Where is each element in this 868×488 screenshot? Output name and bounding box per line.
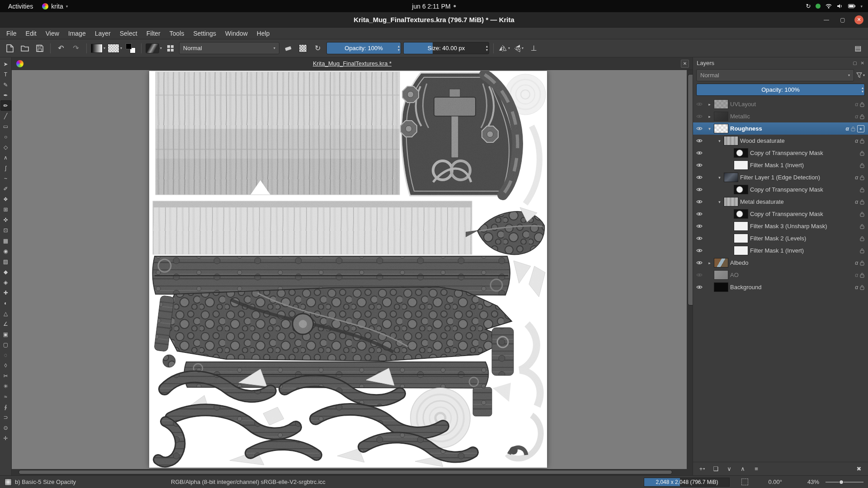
visibility-eye-icon[interactable]	[695, 273, 703, 277]
alpha-inherit-icon[interactable]	[855, 272, 858, 278]
menu-item[interactable]: Filter	[142, 28, 165, 39]
layer-filter-button[interactable]: ▾	[856, 72, 865, 78]
shape-select-tool[interactable]: ➤	[0, 59, 11, 69]
visibility-eye-icon[interactable]	[695, 163, 703, 167]
colorspace-label[interactable]: RGB/Alpha (8-bit integer/channel) sRGB-e…	[171, 479, 326, 485]
menu-item[interactable]: Image	[64, 28, 90, 39]
lock-icon[interactable]	[860, 260, 864, 266]
menu-item[interactable]: Select	[115, 28, 142, 39]
rectangular-selection-tool[interactable]: ▢	[0, 339, 11, 350]
visibility-eye-icon[interactable]	[695, 212, 703, 216]
canvas[interactable]	[149, 71, 547, 468]
layer-thumbnail[interactable]	[734, 209, 748, 219]
vertical-scrollbar-thumb[interactable]	[688, 74, 693, 305]
lock-icon[interactable]	[860, 224, 864, 229]
bezier-curve-tool[interactable]: ʃ	[0, 163, 11, 173]
lock-icon[interactable]	[860, 138, 864, 144]
close-docker-icon[interactable]: ✕	[861, 61, 864, 66]
layer-thumbnail[interactable]	[734, 148, 748, 158]
pattern-swatch-button[interactable]: ▾	[108, 42, 122, 55]
bezier-selection-tool[interactable]: ∮	[0, 402, 11, 412]
color-sampler-tool[interactable]: ◉	[0, 246, 11, 256]
zoom-level-value[interactable]: 43%	[807, 479, 819, 485]
add-layer-button[interactable]: +▾	[697, 464, 708, 474]
freehand-path-tool[interactable]: ~	[0, 173, 11, 183]
expand-chevron-icon[interactable]: ▸	[707, 114, 712, 119]
expand-chevron-icon[interactable]: ▸	[707, 102, 712, 107]
reference-images-tool[interactable]: ▣	[0, 329, 11, 339]
polyline-tool[interactable]: ∧	[0, 152, 11, 163]
foreground-background-color-button[interactable]	[124, 42, 137, 55]
new-document-button[interactable]	[4, 42, 16, 55]
layer-opacity-spinner[interactable]: ▴▾	[862, 84, 863, 95]
menu-item[interactable]: View	[41, 28, 64, 39]
move-tool[interactable]: ✜	[0, 215, 11, 225]
layer-thumbnail[interactable]	[734, 221, 748, 231]
layer-thumbnail[interactable]	[714, 112, 728, 121]
close-button[interactable]: ✕	[854, 15, 863, 24]
rectangle-tool[interactable]: ▭	[0, 121, 11, 131]
zoom-tool[interactable]: ⊙	[0, 422, 11, 433]
minimize-button[interactable]: —	[822, 15, 831, 24]
lock-icon[interactable]	[860, 199, 864, 205]
layer-options-icon[interactable]	[857, 125, 864, 132]
layer-row[interactable]: Background	[693, 281, 868, 293]
brush-preset-indicator[interactable]: b) Basic-5 Size Opacity	[5, 479, 76, 486]
open-document-button[interactable]	[19, 42, 31, 55]
layer-row[interactable]: ▸ Albedo	[693, 257, 868, 269]
line-tool[interactable]: ╱	[0, 111, 11, 121]
delete-layer-button[interactable]: ✖	[854, 464, 864, 474]
layer-row[interactable]: Copy of Transparency Mask	[693, 147, 868, 159]
layer-row[interactable]: Filter Mask 1 (Invert)	[693, 159, 868, 171]
layers-docker-titlebar[interactable]: Layers ▢ ✕	[693, 57, 868, 68]
layer-row[interactable]: Copy of Transparency Mask	[693, 183, 868, 196]
brush-size-slider[interactable]: Size: 40.00 px ▴▾	[403, 42, 489, 54]
lock-icon[interactable]	[860, 102, 864, 107]
ellipse-tool[interactable]: ○	[0, 131, 11, 142]
multibrush-tool[interactable]: ❖	[0, 194, 11, 204]
layer-row[interactable]: ▾ Roughness	[693, 122, 868, 135]
vertical-scrollbar[interactable]	[687, 70, 693, 469]
save-button[interactable]	[33, 42, 46, 55]
layer-thumbnail[interactable]	[714, 270, 728, 280]
enclose-fill-tool[interactable]: ◈	[0, 277, 11, 287]
mirror-vertical-button[interactable]: ▾	[513, 42, 525, 55]
layer-row[interactable]: AO	[693, 269, 868, 281]
layer-thumbnail[interactable]	[724, 136, 738, 145]
lock-icon[interactable]	[860, 175, 864, 180]
visibility-eye-icon[interactable]	[695, 175, 703, 179]
alpha-inherit-icon[interactable]	[855, 138, 858, 144]
alpha-inherit-icon[interactable]	[855, 113, 858, 120]
move-layer-up-button[interactable]: ∧	[737, 464, 748, 474]
gradient-swatch-button[interactable]: ▾	[91, 42, 105, 55]
gradient-tool[interactable]: ▦	[0, 235, 11, 246]
layer-row[interactable]: ▾ Wood desaturate	[693, 135, 868, 147]
menu-item[interactable]: Edit	[21, 28, 41, 39]
expand-chevron-icon[interactable]: ▾	[707, 127, 712, 131]
magnetic-selection-tool[interactable]: ⊃	[0, 412, 11, 422]
lock-icon[interactable]	[860, 272, 864, 278]
menu-item[interactable]: Settings	[189, 28, 221, 39]
layer-row[interactable]: Copy of Transparency Mask	[693, 208, 868, 220]
opacity-slider[interactable]: Opacity: 100% ▴▾	[326, 42, 401, 54]
expand-chevron-icon[interactable]: ▾	[717, 139, 722, 143]
canvas-angle-value[interactable]: 0.00°	[768, 479, 782, 485]
menu-item[interactable]: Window	[221, 28, 252, 39]
lock-icon[interactable]	[860, 114, 864, 119]
alpha-inherit-icon[interactable]	[855, 101, 858, 108]
wrap-around-mode-button[interactable]: ⊥	[528, 42, 540, 55]
lock-icon[interactable]	[860, 248, 864, 253]
alpha-inherit-icon[interactable]	[855, 199, 858, 205]
float-docker-icon[interactable]: ▢	[853, 61, 857, 66]
freehand-selection-tool[interactable]: ✂	[0, 371, 11, 381]
alpha-inherit-icon[interactable]	[846, 126, 849, 132]
measure-tool[interactable]: ∠	[0, 319, 11, 329]
lock-icon[interactable]	[851, 126, 855, 131]
alpha-inherit-icon[interactable]	[855, 174, 858, 181]
zoom-slider[interactable]	[826, 479, 863, 486]
visibility-eye-icon[interactable]	[695, 151, 703, 155]
expand-chevron-icon[interactable]: ▾	[717, 200, 722, 204]
menu-item[interactable]: Layer	[90, 28, 115, 39]
layer-row[interactable]: Filter Mask 1 (Invert)	[693, 244, 868, 257]
transform-tool[interactable]: ⊞	[0, 204, 11, 215]
